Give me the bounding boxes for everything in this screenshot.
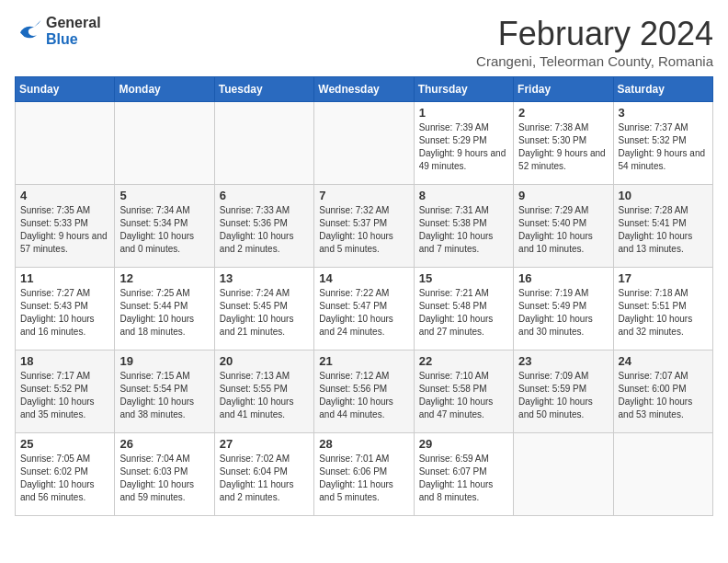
calendar-cell: 1Sunrise: 7:39 AMSunset: 5:29 PMDaylight… [414,102,513,185]
col-friday: Friday [514,77,613,102]
day-info: Sunrise: 7:33 AMSunset: 5:36 PMDaylight:… [220,204,309,256]
calendar-cell: 21Sunrise: 7:12 AMSunset: 5:56 PMDayligh… [314,350,414,433]
day-number: 22 [419,354,508,368]
day-number: 12 [119,271,209,285]
day-info: Sunrise: 7:32 AMSunset: 5:37 PMDaylight:… [319,204,408,256]
calendar-week-1: 1Sunrise: 7:39 AMSunset: 5:29 PMDaylight… [16,102,713,185]
day-info: Sunrise: 7:39 AMSunset: 5:29 PMDaylight:… [419,121,508,173]
day-number: 14 [319,271,408,285]
day-number: 7 [319,189,408,202]
calendar-week-2: 4Sunrise: 7:35 AMSunset: 5:33 PMDaylight… [16,185,713,268]
day-info: Sunrise: 7:02 AMSunset: 6:04 PMDaylight:… [220,453,309,504]
calendar-cell: 18Sunrise: 7:17 AMSunset: 5:52 PMDayligh… [16,350,115,433]
day-number: 29 [419,437,508,451]
day-info: Sunrise: 7:29 AMSunset: 5:40 PMDaylight:… [518,204,608,256]
calendar-cell: 17Sunrise: 7:18 AMSunset: 5:51 PMDayligh… [613,268,712,350]
day-info: Sunrise: 7:25 AMSunset: 5:44 PMDaylight:… [119,287,209,339]
calendar-cell: 6Sunrise: 7:33 AMSunset: 5:36 PMDaylight… [214,185,313,268]
day-number: 13 [220,271,309,285]
day-info: Sunrise: 7:05 AMSunset: 6:02 PMDaylight:… [20,453,109,504]
calendar-cell: 11Sunrise: 7:27 AMSunset: 5:43 PMDayligh… [16,268,115,350]
calendar-cell: 25Sunrise: 7:05 AMSunset: 6:02 PMDayligh… [16,433,115,516]
calendar-cell [314,102,414,185]
calendar-cell: 8Sunrise: 7:31 AMSunset: 5:38 PMDaylight… [414,185,513,268]
day-info: Sunrise: 7:34 AMSunset: 5:34 PMDaylight:… [119,204,209,256]
day-number: 21 [319,354,408,368]
day-number: 8 [419,189,508,202]
day-number: 25 [20,437,109,451]
day-info: Sunrise: 7:37 AMSunset: 5:32 PMDaylight:… [619,121,708,173]
calendar-week-4: 18Sunrise: 7:17 AMSunset: 5:52 PMDayligh… [16,350,713,433]
location-subtitle: Crangeni, Teleorman County, Romania [476,53,713,69]
page-header: General Blue February 2024 Crangeni, Tel… [15,15,713,69]
day-number: 18 [20,354,109,368]
calendar-cell [613,433,712,516]
day-info: Sunrise: 7:04 AMSunset: 6:03 PMDaylight:… [119,453,209,504]
day-info: Sunrise: 7:01 AMSunset: 6:06 PMDaylight:… [319,453,408,504]
calendar-cell: 12Sunrise: 7:25 AMSunset: 5:44 PMDayligh… [115,268,214,350]
calendar-cell: 13Sunrise: 7:24 AMSunset: 5:45 PMDayligh… [214,268,313,350]
day-info: Sunrise: 7:24 AMSunset: 5:45 PMDaylight:… [220,287,309,339]
day-info: Sunrise: 7:07 AMSunset: 6:00 PMDaylight:… [619,370,708,421]
calendar-cell: 26Sunrise: 7:04 AMSunset: 6:03 PMDayligh… [115,433,214,516]
logo-icon [15,17,42,45]
day-info: Sunrise: 6:59 AMSunset: 6:07 PMDaylight:… [419,453,508,504]
day-number: 3 [619,106,708,120]
calendar-cell: 20Sunrise: 7:13 AMSunset: 5:55 PMDayligh… [214,350,313,433]
day-info: Sunrise: 7:15 AMSunset: 5:54 PMDaylight:… [119,370,209,421]
day-info: Sunrise: 7:31 AMSunset: 5:38 PMDaylight:… [419,204,508,256]
calendar-cell: 27Sunrise: 7:02 AMSunset: 6:04 PMDayligh… [214,433,313,516]
calendar-cell: 19Sunrise: 7:15 AMSunset: 5:54 PMDayligh… [115,350,214,433]
col-thursday: Thursday [414,77,513,102]
day-number: 4 [20,189,109,202]
col-sunday: Sunday [16,77,115,102]
calendar-cell [514,433,613,516]
day-number: 2 [518,106,608,120]
calendar-cell: 14Sunrise: 7:22 AMSunset: 5:47 PMDayligh… [314,268,414,350]
header-row: Sunday Monday Tuesday Wednesday Thursday… [16,77,713,102]
calendar-cell: 29Sunrise: 6:59 AMSunset: 6:07 PMDayligh… [414,433,513,516]
day-number: 1 [419,106,508,120]
day-number: 5 [119,189,209,202]
calendar-week-3: 11Sunrise: 7:27 AMSunset: 5:43 PMDayligh… [16,268,713,350]
day-number: 24 [619,354,708,368]
col-tuesday: Tuesday [214,77,313,102]
title-block: February 2024 Crangeni, Teleorman County… [476,15,713,69]
day-number: 15 [419,271,508,285]
day-info: Sunrise: 7:19 AMSunset: 5:49 PMDaylight:… [518,287,608,339]
calendar-cell: 2Sunrise: 7:38 AMSunset: 5:30 PMDaylight… [514,102,613,185]
calendar-cell: 5Sunrise: 7:34 AMSunset: 5:34 PMDaylight… [115,185,214,268]
col-wednesday: Wednesday [314,77,414,102]
calendar-week-5: 25Sunrise: 7:05 AMSunset: 6:02 PMDayligh… [16,433,713,516]
day-info: Sunrise: 7:21 AMSunset: 5:48 PMDaylight:… [419,287,508,339]
logo-text: General Blue [46,15,101,48]
day-number: 23 [518,354,608,368]
day-info: Sunrise: 7:10 AMSunset: 5:58 PMDaylight:… [419,370,508,421]
calendar-cell: 9Sunrise: 7:29 AMSunset: 5:40 PMDaylight… [514,185,613,268]
day-info: Sunrise: 7:17 AMSunset: 5:52 PMDaylight:… [20,370,109,421]
calendar-cell: 16Sunrise: 7:19 AMSunset: 5:49 PMDayligh… [514,268,613,350]
day-info: Sunrise: 7:18 AMSunset: 5:51 PMDaylight:… [619,287,708,339]
logo: General Blue [15,15,101,48]
day-number: 16 [518,271,608,285]
day-number: 19 [119,354,209,368]
day-info: Sunrise: 7:38 AMSunset: 5:30 PMDaylight:… [518,121,608,173]
day-info: Sunrise: 7:35 AMSunset: 5:33 PMDaylight:… [20,204,109,256]
day-info: Sunrise: 7:27 AMSunset: 5:43 PMDaylight:… [20,287,109,339]
calendar-cell: 3Sunrise: 7:37 AMSunset: 5:32 PMDaylight… [613,102,712,185]
calendar-cell: 24Sunrise: 7:07 AMSunset: 6:00 PMDayligh… [613,350,712,433]
day-number: 17 [619,271,708,285]
day-info: Sunrise: 7:28 AMSunset: 5:41 PMDaylight:… [619,204,708,256]
day-number: 26 [119,437,209,451]
calendar-cell: 10Sunrise: 7:28 AMSunset: 5:41 PMDayligh… [613,185,712,268]
calendar-cell [214,102,313,185]
day-number: 28 [319,437,408,451]
day-info: Sunrise: 7:09 AMSunset: 5:59 PMDaylight:… [518,370,608,421]
calendar-cell [115,102,214,185]
day-number: 20 [220,354,309,368]
col-saturday: Saturday [613,77,712,102]
day-number: 9 [518,189,608,202]
calendar-table: Sunday Monday Tuesday Wednesday Thursday… [15,76,713,516]
calendar-cell: 22Sunrise: 7:10 AMSunset: 5:58 PMDayligh… [414,350,513,433]
day-number: 27 [220,437,309,451]
